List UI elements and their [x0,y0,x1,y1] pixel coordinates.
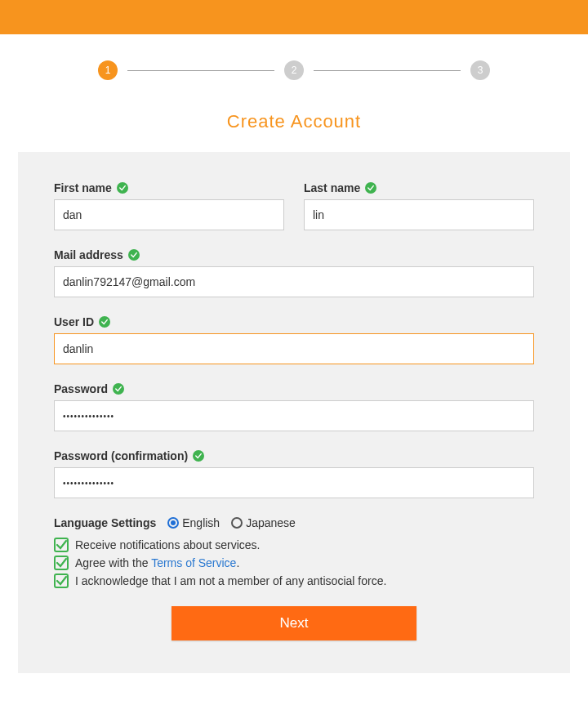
radio-english-label: English [182,516,220,529]
notifications-label: Receive notifications about services. [75,538,260,551]
checkbox-icon[interactable] [54,556,69,570]
checkbox-icon[interactable] [54,573,69,588]
top-bar [0,0,588,34]
checkbox-icon[interactable] [54,538,69,552]
tos-check: Agree with the Terms of Service. [54,556,534,570]
radio-icon [167,517,179,529]
language-label: Language Settings [54,516,156,529]
step-1: 1 [98,60,118,80]
consent-list: Receive notifications about services. Ag… [54,538,534,588]
tos-suffix: . [236,556,239,569]
password-field: Password [54,382,534,431]
radio-japanese[interactable]: Japanese [231,516,296,529]
password-confirm-field: Password (confirmation) [54,449,534,498]
next-button[interactable]: Next [172,606,416,640]
password-confirm-label: Password (confirmation) [54,449,188,462]
check-circle-icon [113,383,124,395]
check-circle-icon [117,182,128,194]
check-circle-icon [128,249,140,261]
check-circle-icon [193,450,204,462]
password-input[interactable] [54,400,534,431]
first-name-label: First name [54,181,112,194]
user-id-label: User ID [54,315,94,328]
page-title: Create Account [0,111,588,132]
step-3: 3 [470,60,490,80]
first-name-input[interactable] [54,199,284,230]
user-id-input[interactable] [54,333,534,364]
radio-icon [231,517,243,529]
user-id-field: User ID [54,315,534,364]
password-confirm-input[interactable] [54,467,534,498]
step-2: 2 [284,60,304,80]
antisocial-label: I acknowledge that I am not a member of … [75,574,386,587]
radio-japanese-label: Japanese [246,516,296,529]
form-panel: First name Last name Mail address [18,152,570,673]
step-line [127,70,274,71]
tos-prefix: Agree with the [75,556,151,569]
last-name-input[interactable] [304,199,534,230]
progress-stepper: 1 2 3 [0,34,588,96]
password-label: Password [54,382,108,395]
step-line [314,70,461,71]
mail-field: Mail address [54,248,534,297]
check-circle-icon [365,182,376,194]
first-name-field: First name [54,181,284,230]
mail-label: Mail address [54,248,123,261]
tos-link[interactable]: Terms of Service [151,556,236,569]
last-name-label: Last name [304,181,360,194]
antisocial-check: I acknowledge that I am not a member of … [54,573,534,588]
mail-input[interactable] [54,266,534,297]
notifications-check: Receive notifications about services. [54,538,534,552]
language-settings: Language Settings English Japanese [54,516,534,529]
radio-english[interactable]: English [167,516,220,529]
last-name-field: Last name [304,181,534,230]
tos-label: Agree with the Terms of Service. [75,556,239,569]
check-circle-icon [99,316,110,328]
